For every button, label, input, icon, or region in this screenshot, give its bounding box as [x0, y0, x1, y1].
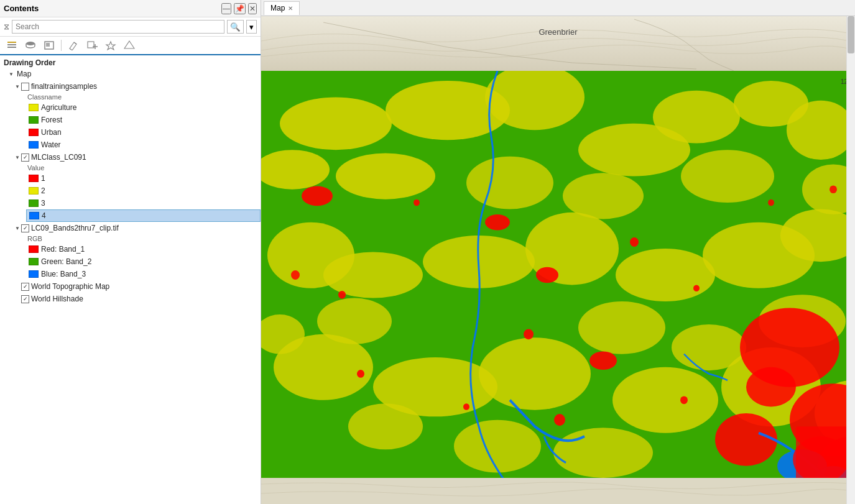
map-tab[interactable]: Map ✕	[264, 1, 300, 15]
map-topo-area: Greenbrier	[261, 16, 855, 72]
geoprocessing-icon[interactable]	[121, 39, 137, 52]
scrollbar-thumb[interactable]	[848, 16, 854, 53]
svg-point-13	[280, 97, 392, 150]
forest-item[interactable]: Forest	[26, 114, 261, 126]
world-hillshade-item[interactable]: World Hillshade	[11, 293, 261, 305]
svg-point-65	[291, 270, 300, 280]
mlclass-layer-name: MLClass_LC091	[31, 153, 86, 162]
value2-label: 2	[41, 186, 45, 195]
agriculture-label: Agriculture	[41, 103, 76, 112]
svg-point-47	[302, 186, 333, 206]
rgb-label: RGB	[0, 234, 261, 243]
svg-point-37	[563, 173, 644, 219]
add-graphics-icon[interactable]	[84, 39, 100, 52]
value2-swatch	[29, 187, 39, 195]
svg-point-66	[830, 185, 837, 193]
search-button[interactable]: 🔍	[227, 20, 244, 34]
mlclass-item[interactable]: ▼ MLClass_LC091	[11, 151, 261, 163]
svg-point-58	[630, 237, 639, 247]
search-bar: ⧖ 🔍 ▾	[0, 17, 261, 37]
toolbar	[0, 37, 261, 55]
water-label: Water	[41, 140, 61, 149]
svg-point-55	[746, 367, 796, 407]
red-band-item[interactable]: Red: Band_1	[26, 243, 261, 255]
map-container[interactable]: Greenbrier	[261, 16, 855, 504]
map-area: Map ✕	[261, 0, 855, 504]
topo-svg	[261, 16, 855, 72]
svg-point-46	[553, 428, 653, 478]
finaltraining-item[interactable]: ▼ finaltrainingsamples	[11, 80, 261, 93]
list-selection-icon[interactable]	[41, 39, 57, 52]
svg-point-63	[554, 414, 565, 426]
search-dropdown-button[interactable]: ▾	[246, 20, 257, 34]
water-swatch	[29, 141, 39, 149]
map-tab-label: Map	[270, 4, 285, 12]
value3-swatch	[29, 199, 39, 207]
mlclass-value4-item[interactable]: 4	[26, 209, 261, 222]
agriculture-item[interactable]: Agriculture	[26, 101, 261, 114]
lc09bands-checkbox[interactable]	[21, 224, 29, 232]
mlclass-value3-item[interactable]: 3	[26, 197, 261, 209]
svg-point-35	[317, 298, 392, 344]
mlclass-value1-item[interactable]: 1	[26, 172, 261, 185]
tab-close-icon[interactable]: ✕	[288, 5, 293, 12]
greenbrier-label: Greenbrier	[538, 27, 577, 37]
svg-point-67	[768, 199, 774, 206]
urban-item[interactable]: Urban	[26, 126, 261, 139]
contents-title: Contents	[4, 4, 219, 13]
svg-point-62	[463, 403, 469, 410]
world-topo-checkbox[interactable]	[21, 283, 29, 291]
blue-band-item[interactable]: Blue: Band_3	[26, 268, 261, 280]
close-button[interactable]: ✕	[248, 3, 257, 14]
map-bottom-area	[261, 478, 855, 504]
map-layer-item[interactable]: ▼ Map	[5, 68, 261, 80]
value3-label: 3	[41, 199, 45, 208]
classification-svg	[261, 71, 855, 479]
bottom-topo-svg	[261, 478, 855, 504]
lc09bands-item[interactable]: ▼ LC09_Bands2thru7_clip.tif	[11, 222, 261, 234]
svg-point-38	[681, 150, 774, 203]
svg-point-44	[348, 403, 423, 449]
value4-swatch	[29, 212, 39, 219]
red-band-label: Red: Band_1	[41, 245, 85, 254]
list-drawing-order-icon[interactable]	[4, 39, 20, 52]
svg-point-50	[589, 351, 617, 370]
forest-swatch	[29, 116, 39, 124]
red-band-swatch	[29, 245, 39, 253]
finaltraining-checkbox[interactable]	[21, 83, 29, 91]
svg-point-64	[680, 396, 688, 404]
appearance-icon[interactable]	[103, 39, 119, 52]
search-input[interactable]	[12, 20, 224, 34]
svg-point-41	[578, 301, 665, 354]
map-layer-name: Map	[17, 70, 31, 78]
vertical-scrollbar[interactable]	[846, 16, 855, 504]
world-topo-item[interactable]: World Topographic Map	[11, 280, 261, 293]
contents-tree: Drawing Order ▼ Map ▼ finaltrainingsampl…	[0, 55, 261, 504]
svg-rect-2	[7, 47, 16, 48]
green-band-label: Green: Band_2	[41, 257, 91, 266]
mlclass-checkbox[interactable]	[21, 153, 29, 162]
list-datasource-icon[interactable]	[22, 39, 39, 52]
green-band-item[interactable]: Green: Band_2	[26, 255, 261, 268]
value1-label: 1	[41, 174, 45, 183]
svg-point-21	[578, 124, 690, 176]
value4-label: 4	[42, 211, 46, 220]
lc09bands-expand-arrow: ▼	[14, 224, 21, 232]
svg-marker-10	[124, 41, 134, 48]
svg-point-60	[524, 329, 534, 339]
water-item[interactable]: Water	[26, 139, 261, 151]
finaltraining-expand-arrow: ▼	[14, 83, 21, 90]
minimize-button[interactable]: —	[221, 3, 231, 14]
svg-point-42	[672, 324, 746, 370]
map-classification-area	[261, 71, 855, 479]
blue-band-label: Blue: Band_3	[41, 270, 86, 278]
pin-button[interactable]: 📌	[234, 3, 246, 14]
svg-point-23	[323, 252, 423, 298]
lc09bands-layer-name: LC09_Bands2thru7_clip.tif	[31, 224, 119, 232]
svg-point-32	[612, 367, 718, 433]
draw-pencil-icon[interactable]	[65, 39, 81, 52]
mlclass-value2-item[interactable]: 2	[26, 185, 261, 197]
svg-point-15	[336, 153, 435, 199]
world-hillshade-checkbox[interactable]	[21, 295, 29, 303]
svg-point-31	[479, 337, 591, 410]
